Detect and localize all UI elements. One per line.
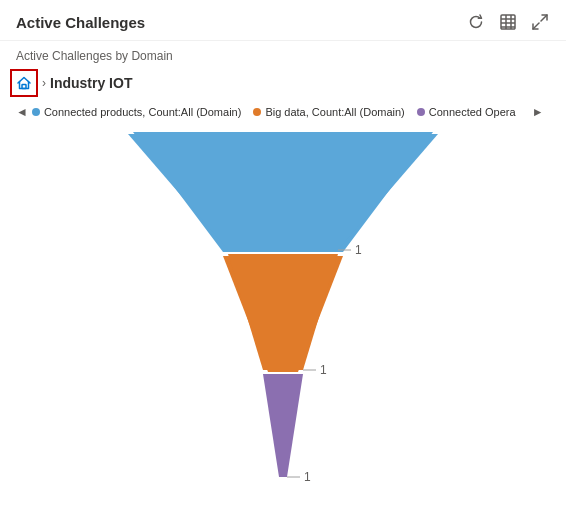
svg-rect-8 [22,85,26,89]
home-button[interactable] [10,69,38,97]
refresh-icon[interactable] [466,12,486,32]
table-icon[interactable] [498,12,518,32]
funnel-segment-blue[interactable] [128,134,438,250]
legend-item-1: Big data, Count:All (Domain) [253,106,404,118]
legend-right-arrow[interactable]: ► [532,105,544,119]
header-icons [466,12,550,32]
legend-label-0: Connected products, Count:All (Domain) [44,106,241,118]
section-label: Active Challenges by Domain [0,41,566,67]
legend-dot-2 [417,108,425,116]
legend-dot-1 [253,108,261,116]
header: Active Challenges [0,0,566,41]
funnel-chart: 1 1 1 [113,132,453,492]
expand-icon[interactable] [530,12,550,32]
chart-area: 1 1 1 [0,127,566,497]
svg-line-7 [533,23,539,29]
breadcrumb-text: Industry IOT [50,75,132,91]
legend-dot-0 [32,108,40,116]
breadcrumb-chevron: › [42,76,46,90]
breadcrumb: › Industry IOT [0,67,566,103]
svg-line-6 [541,15,547,21]
value-label-2: 1 [320,363,327,377]
legend-item-0: Connected products, Count:All (Domain) [32,106,241,118]
legend-left-arrow[interactable]: ◄ [16,105,28,119]
legend-label-2: Connected Opera [429,106,516,118]
funnel-svg-main: 1 1 1 [113,132,453,492]
legend-item-2: Connected Opera [417,106,516,118]
funnel-segment-purple[interactable] [263,374,303,477]
legend-label-1: Big data, Count:All (Domain) [265,106,404,118]
page-title: Active Challenges [16,14,145,31]
value-label-3: 1 [304,470,311,484]
legend: ◄ Connected products, Count:All (Domain)… [0,103,566,127]
value-label-1: 1 [355,243,362,257]
funnel-segment-orange[interactable] [228,254,338,370]
